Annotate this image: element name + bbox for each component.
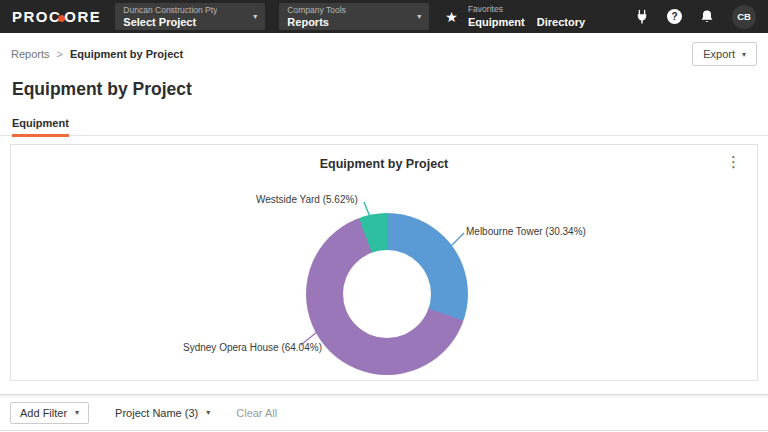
chart-card: Equipment by Project ⋮ Westside Yard (5.…: [10, 144, 758, 381]
add-filter-label: Add Filter: [20, 407, 67, 419]
breadcrumb-chevron-icon: >: [57, 48, 63, 60]
chevron-down-icon: ▾: [742, 50, 746, 59]
top-nav-bar: PROCORE Duncan Construction Pty Select P…: [0, 0, 768, 33]
company-tools-picker[interactable]: Company Tools Reports ▾: [279, 3, 429, 30]
procore-logo[interactable]: PROCORE: [12, 8, 101, 25]
favorite-link-directory[interactable]: Directory: [537, 15, 585, 29]
chevron-down-icon: ▾: [75, 408, 79, 417]
help-icon[interactable]: ?: [667, 9, 682, 24]
chart-title: Equipment by Project: [11, 157, 757, 171]
logo-text-right: ORE: [64, 8, 101, 25]
chevron-down-icon: ▾: [411, 12, 421, 21]
donut-chart[interactable]: [306, 213, 468, 375]
filter-bar: Add Filter ▾ Project Name (3) ▾ Clear Al…: [0, 394, 768, 431]
export-button-label: Export: [703, 48, 735, 60]
chevron-down-icon: ▾: [206, 408, 210, 417]
breadcrumb-row: Reports > Equipment by Project Export ▾: [0, 33, 768, 75]
user-avatar[interactable]: CB: [732, 5, 756, 29]
project-name-filter[interactable]: Project Name (3) ▾: [115, 407, 210, 419]
project-picker-value: Select Project: [123, 16, 217, 29]
project-picker-company: Duncan Construction Pty: [123, 5, 217, 16]
slice-label-melbourne-tower: Melbourne Tower (30.34%): [466, 226, 586, 237]
export-button[interactable]: Export ▾: [692, 42, 757, 66]
project-picker[interactable]: Duncan Construction Pty Select Project ▾: [115, 3, 265, 30]
favorite-link-equipment[interactable]: Equipment: [468, 15, 525, 29]
kebab-menu-icon[interactable]: ⋮: [726, 154, 741, 170]
tools-picker-value: Reports: [287, 16, 345, 29]
favorites-label: Favorites: [468, 4, 585, 15]
breadcrumb-current: Equipment by Project: [70, 48, 183, 60]
favorites-star-icon[interactable]: ★: [445, 9, 458, 25]
project-name-filter-label: Project Name (3): [115, 407, 198, 419]
add-filter-button[interactable]: Add Filter ▾: [10, 402, 89, 424]
notifications-bell-icon[interactable]: [699, 9, 715, 25]
tabs-bar: Equipment: [0, 113, 768, 136]
slice-label-westside-yard: Westside Yard (5.62%): [256, 194, 358, 205]
donut-hole: [343, 250, 431, 338]
tab-equipment[interactable]: Equipment: [12, 117, 69, 137]
marketplace-plug-icon[interactable]: [634, 9, 650, 25]
breadcrumb-reports[interactable]: Reports: [11, 48, 50, 60]
page-title: Equipment by Project: [0, 79, 768, 100]
chevron-down-icon: ▾: [247, 12, 257, 21]
tools-picker-label: Company Tools: [287, 5, 345, 16]
clear-all-link[interactable]: Clear All: [236, 407, 277, 419]
slice-label-sydney-opera-house: Sydney Opera House (64.04%): [183, 342, 322, 353]
logo-text-left: PROC: [12, 8, 61, 25]
favorites-block: Favorites Equipment Directory: [468, 4, 585, 29]
